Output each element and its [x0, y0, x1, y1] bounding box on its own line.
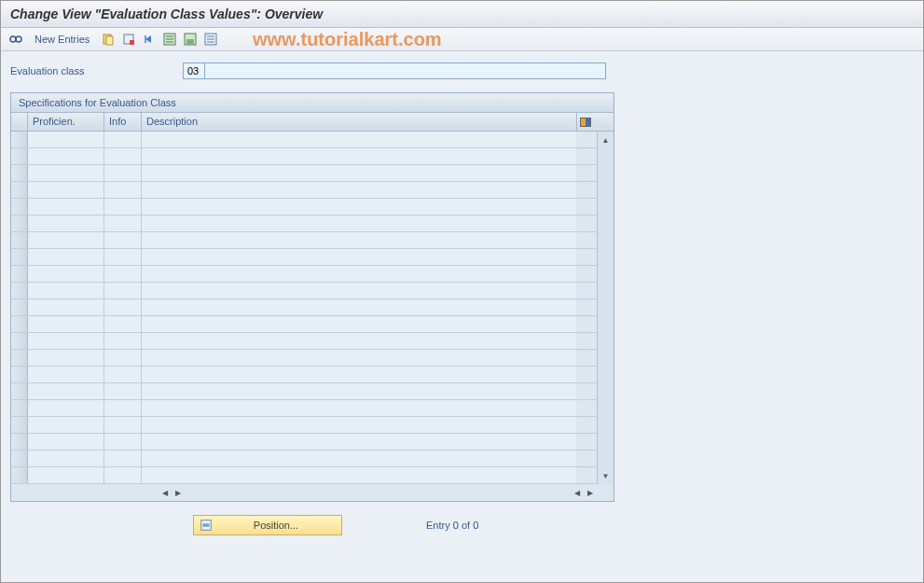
column-info[interactable]: Info — [104, 113, 142, 131]
cell-info[interactable] — [104, 232, 142, 248]
cell-info[interactable] — [104, 400, 142, 416]
cell-info[interactable] — [104, 165, 142, 181]
cell-proficien[interactable] — [28, 215, 104, 231]
cell-info[interactable] — [104, 417, 142, 433]
table-row[interactable] — [11, 333, 597, 350]
row-selector[interactable] — [11, 132, 28, 147]
cell-info[interactable] — [104, 316, 142, 332]
cell-info[interactable] — [104, 434, 142, 450]
row-selector[interactable] — [11, 367, 28, 382]
cell-proficien[interactable] — [28, 467, 104, 483]
cell-proficien[interactable] — [28, 400, 104, 416]
cell-description[interactable] — [142, 333, 576, 349]
row-selector[interactable] — [11, 182, 28, 198]
cell-proficien[interactable] — [28, 132, 104, 147]
row-selector[interactable] — [11, 333, 28, 349]
cell-description[interactable] — [142, 232, 576, 248]
eval-class-input[interactable] — [183, 62, 205, 79]
scroll-left2-icon[interactable]: ◀ — [571, 486, 584, 499]
cell-description[interactable] — [142, 350, 576, 366]
hscroll-track[interactable] — [186, 486, 569, 499]
scroll-right-icon[interactable]: ▶ — [172, 486, 185, 499]
row-selector[interactable] — [11, 451, 28, 466]
column-proficien[interactable]: Proficien. — [28, 113, 104, 131]
cell-proficien[interactable] — [28, 182, 104, 198]
row-selector[interactable] — [11, 417, 28, 433]
cell-info[interactable] — [104, 451, 142, 466]
row-selector[interactable] — [11, 467, 28, 483]
cell-description[interactable] — [142, 383, 576, 399]
table-row[interactable] — [11, 451, 597, 467]
scroll-up-icon[interactable]: ▲ — [600, 133, 613, 146]
table-row[interactable] — [11, 249, 597, 266]
scroll-right2-icon[interactable]: ▶ — [584, 486, 597, 499]
cell-info[interactable] — [104, 148, 142, 164]
row-selector[interactable] — [11, 299, 28, 315]
cell-proficien[interactable] — [28, 232, 104, 248]
cell-description[interactable] — [142, 249, 576, 265]
new-entries-button[interactable]: New Entries — [29, 34, 95, 45]
table-row[interactable] — [11, 434, 597, 451]
table-row[interactable] — [11, 299, 597, 316]
cell-info[interactable] — [104, 199, 142, 215]
table-row[interactable] — [11, 199, 597, 215]
cell-proficien[interactable] — [28, 451, 104, 466]
cell-info[interactable] — [104, 333, 142, 349]
cell-proficien[interactable] — [28, 165, 104, 181]
cell-proficien[interactable] — [28, 283, 104, 298]
cell-info[interactable] — [104, 367, 142, 382]
row-selector-header[interactable] — [11, 113, 28, 131]
table-row[interactable] — [11, 266, 597, 283]
cell-description[interactable] — [142, 283, 576, 298]
cell-description[interactable] — [142, 451, 576, 466]
vertical-scrollbar[interactable]: ▲ ▼ — [597, 132, 614, 484]
row-selector[interactable] — [11, 249, 28, 265]
cell-proficien[interactable] — [28, 333, 104, 349]
table-row[interactable] — [11, 467, 597, 484]
cell-info[interactable] — [104, 467, 142, 483]
undo-icon[interactable] — [142, 32, 157, 47]
toggle-icon[interactable] — [8, 32, 23, 47]
table-row[interactable] — [11, 367, 597, 383]
cell-description[interactable] — [142, 132, 576, 147]
table-row[interactable] — [11, 148, 597, 165]
table-row[interactable] — [11, 165, 597, 182]
table-row[interactable] — [11, 350, 597, 367]
scroll-down-icon[interactable]: ▼ — [600, 469, 613, 482]
cell-proficien[interactable] — [28, 249, 104, 265]
eval-class-desc-input[interactable] — [205, 62, 606, 79]
row-selector[interactable] — [11, 165, 28, 181]
table-row[interactable] — [11, 383, 597, 400]
cell-proficien[interactable] — [28, 316, 104, 332]
cell-proficien[interactable] — [28, 350, 104, 366]
cell-description[interactable] — [142, 417, 576, 433]
table-row[interactable] — [11, 400, 597, 417]
cell-description[interactable] — [142, 148, 576, 164]
row-selector[interactable] — [11, 148, 28, 164]
cell-description[interactable] — [142, 367, 576, 382]
row-selector[interactable] — [11, 283, 28, 298]
cell-info[interactable] — [104, 283, 142, 298]
row-selector[interactable] — [11, 434, 28, 450]
row-selector[interactable] — [11, 383, 28, 399]
cell-proficien[interactable] — [28, 367, 104, 382]
cell-info[interactable] — [104, 215, 142, 231]
cell-proficien[interactable] — [28, 299, 104, 315]
row-selector[interactable] — [11, 215, 28, 231]
cell-description[interactable] — [142, 316, 576, 332]
cell-description[interactable] — [142, 266, 576, 282]
cell-proficien[interactable] — [28, 434, 104, 450]
cell-info[interactable] — [104, 350, 142, 366]
cell-proficien[interactable] — [28, 417, 104, 433]
cell-proficien[interactable] — [28, 383, 104, 399]
select-all-icon[interactable] — [162, 32, 177, 47]
cell-info[interactable] — [104, 132, 142, 147]
cell-description[interactable] — [142, 434, 576, 450]
table-row[interactable] — [11, 316, 597, 333]
cell-info[interactable] — [104, 182, 142, 198]
delete-icon[interactable] — [121, 32, 136, 47]
row-selector[interactable] — [11, 199, 28, 215]
cell-description[interactable] — [142, 400, 576, 416]
cell-description[interactable] — [142, 199, 576, 215]
copy-icon[interactable] — [101, 32, 116, 47]
